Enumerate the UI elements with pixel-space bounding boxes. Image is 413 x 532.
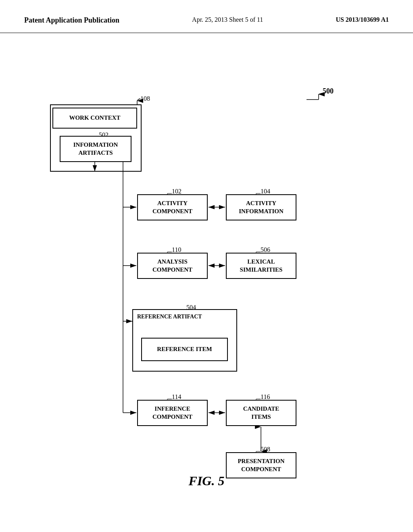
sheet-info: Apr. 25, 2013 Sheet 5 of 11: [192, 16, 263, 23]
svg-text:102: 102: [172, 188, 181, 195]
svg-text:508: 508: [261, 446, 270, 453]
inference-component-box: INFERENCECOMPONENT: [137, 400, 208, 426]
page-header: Patent Application Publication Apr. 25, …: [0, 0, 413, 33]
activity-information-label: ACTIVITYINFORMATION: [239, 200, 284, 215]
svg-text:114: 114: [172, 393, 181, 400]
svg-text:104: 104: [261, 188, 270, 195]
reference-item-label: REFERENCE ITEM: [157, 345, 212, 353]
information-artifacts-box: INFORMATIONARTIFACTS: [60, 136, 131, 162]
candidate-items-box: CANDIDATEITEMS: [226, 400, 296, 426]
patent-number: US 2013/103699 A1: [336, 16, 389, 23]
svg-text:500: 500: [323, 87, 334, 95]
lexical-similarities-box: LEXICALSIMILARITIES: [226, 253, 296, 279]
inference-component-label: INFERENCECOMPONENT: [152, 405, 192, 421]
information-artifacts-label: INFORMATIONARTIFACTS: [73, 141, 118, 157]
presentation-component-label: PRESENTATIONCOMPONENT: [238, 457, 284, 473]
candidate-items-label: CANDIDATEITEMS: [243, 405, 280, 421]
activity-information-box: ACTIVITYINFORMATION: [226, 194, 296, 220]
presentation-component-box: PRESENTATIONCOMPONENT: [226, 452, 296, 478]
work-context-label: WORK CONTEXT: [69, 114, 120, 122]
activity-component-label: ACTIVITYCOMPONENT: [152, 200, 192, 215]
svg-text:116: 116: [261, 393, 270, 400]
reference-artifact-label: REFERENCE ARTIFACT: [137, 313, 202, 320]
svg-text:110: 110: [172, 246, 181, 253]
activity-component-box: ACTIVITYCOMPONENT: [137, 194, 208, 220]
diagram-area: 500 108 502 102 104 110 506 504 112: [0, 33, 413, 497]
work-context-box: WORK CONTEXT: [52, 108, 137, 129]
figure-label: FIG. 5: [189, 474, 225, 488]
svg-text:108: 108: [140, 95, 150, 102]
svg-text:506: 506: [261, 246, 270, 253]
publication-label: Patent Application Publication: [24, 16, 119, 25]
lexical-similarities-label: LEXICALSIMILARITIES: [240, 258, 283, 274]
reference-item-box: REFERENCE ITEM: [141, 338, 228, 361]
analysis-component-box: ANALYSISCOMPONENT: [137, 253, 208, 279]
analysis-component-label: ANALYSISCOMPONENT: [152, 258, 192, 274]
